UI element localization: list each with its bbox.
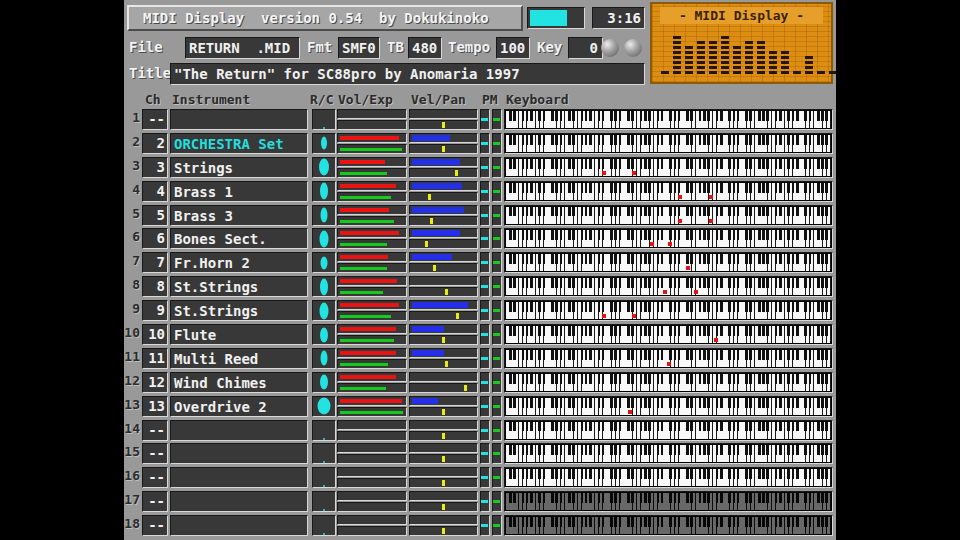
- channel-row[interactable]: 11 11 Multi Reed: [124, 347, 836, 371]
- keyboard: [506, 230, 831, 247]
- volume-bar-cell: [337, 157, 407, 167]
- pan-cell: [409, 383, 478, 393]
- channel-row[interactable]: 13 13 Overdrive 2: [124, 395, 836, 419]
- sphere-button-1[interactable]: [601, 39, 619, 57]
- title-label: Title: [129, 65, 171, 81]
- pitch-indicator: [481, 214, 488, 217]
- mod-indicator: [493, 214, 500, 217]
- row-number: 16: [124, 468, 140, 483]
- channel-row[interactable]: 3 3 Strings: [124, 156, 836, 180]
- rc-indicator: [320, 327, 328, 342]
- instrument-cell: Wind Chimes: [170, 372, 308, 393]
- expression-bar: [340, 243, 387, 246]
- mod-indicator: [493, 190, 500, 193]
- pm-cell-2: [492, 300, 502, 321]
- pm-cell-2: [492, 228, 502, 249]
- file-label: File: [129, 39, 163, 55]
- row-number: 10: [124, 325, 140, 340]
- channel-row[interactable]: 12 12 Wind Chimes: [124, 371, 836, 395]
- pan-cell: [409, 239, 478, 249]
- volume-bar-cell: [337, 324, 407, 334]
- fmt-value-box: SMF0: [338, 37, 380, 59]
- channel-row[interactable]: 15 --: [124, 442, 836, 466]
- channel-row[interactable]: 7 7 Fr.Horn 2: [124, 251, 836, 275]
- instrument-cell: [170, 515, 308, 536]
- sphere-button-2[interactable]: [624, 39, 642, 57]
- channel-cell: --: [142, 420, 168, 441]
- keyboard: [506, 278, 831, 295]
- pm-cell-1: [480, 467, 490, 488]
- volume-bar: [340, 255, 388, 259]
- channel-row[interactable]: 2 2 ORCHESTRA Set: [124, 132, 836, 156]
- volume-bar-cell: [337, 276, 407, 286]
- channel-row[interactable]: 16 --: [124, 466, 836, 490]
- channel-row[interactable]: 4 4 Brass 1: [124, 180, 836, 204]
- velocity-bar: [412, 183, 462, 189]
- row-number: 3: [124, 158, 140, 173]
- volume-bar-cell: [337, 420, 407, 430]
- header-volexp: Vol/Exp: [338, 92, 393, 107]
- lcd-panel: - MIDI Display -: [650, 2, 833, 84]
- keyboard-cell: [504, 348, 833, 369]
- expression-bar-cell: [337, 454, 407, 464]
- channel-row[interactable]: 17 --: [124, 490, 836, 514]
- pan-cell: [409, 431, 478, 441]
- pan-marker: [433, 265, 436, 271]
- mod-indicator: [493, 524, 500, 527]
- progress-bar[interactable]: [527, 7, 585, 29]
- expression-bar-cell: [337, 216, 407, 226]
- velocity-bar-cell: [409, 276, 478, 286]
- expression-bar-cell: [337, 144, 407, 154]
- expression-bar: [340, 220, 394, 223]
- volume-bar-cell: [337, 181, 407, 191]
- rc-indicator-cell: [312, 252, 336, 273]
- row-number: 11: [124, 349, 140, 364]
- rc-indicator-cell: [312, 109, 336, 130]
- channel-cell: --: [142, 491, 168, 512]
- rc-indicator: [321, 351, 328, 366]
- keyboard: [506, 183, 831, 200]
- volume-bar: [340, 399, 402, 403]
- keyboard-cell: [504, 252, 833, 273]
- progress-fill: [530, 10, 567, 26]
- channel-row[interactable]: 6 6 Bones Sect.: [124, 227, 836, 251]
- header-ch: Ch: [145, 92, 161, 107]
- expression-bar-cell: [337, 383, 407, 393]
- keyboard-cell: [504, 443, 833, 464]
- pitch-indicator: [481, 237, 488, 240]
- rc-indicator: [323, 438, 325, 440]
- active-note: [667, 362, 671, 366]
- keyboard: [506, 135, 831, 152]
- rc-indicator-cell: [312, 133, 336, 154]
- channel-row[interactable]: 8 8 St.Strings: [124, 275, 836, 299]
- pitch-indicator: [481, 166, 488, 169]
- volume-bar-cell: [337, 396, 407, 406]
- volume-bar-cell: [337, 515, 407, 525]
- lcd-bars: [661, 26, 831, 74]
- rc-indicator: [319, 159, 329, 176]
- pitch-indicator: [481, 261, 488, 264]
- active-note: [602, 171, 606, 175]
- header-rc: R/C: [310, 92, 333, 107]
- channel-row[interactable]: 5 5 Brass 3: [124, 204, 836, 228]
- velocity-bar: [412, 159, 460, 165]
- pan-marker: [428, 194, 431, 200]
- channel-row[interactable]: 1 --: [124, 108, 836, 132]
- channel-row[interactable]: 18 --: [124, 514, 836, 538]
- pm-cell-1: [480, 228, 490, 249]
- file-value-box: RETURN .MID: [185, 37, 300, 59]
- expression-bar: [340, 387, 386, 390]
- volume-bar: [340, 375, 396, 379]
- header-velpan: Vel/Pan: [411, 92, 466, 107]
- active-note: [678, 195, 682, 199]
- row-number: 18: [124, 516, 140, 531]
- expression-bar-cell: [337, 431, 407, 441]
- fmt-label: Fmt: [307, 39, 332, 55]
- channel-row[interactable]: 9 9 St.Strings: [124, 299, 836, 323]
- channel-row[interactable]: 10 10 Flute: [124, 323, 836, 347]
- rc-indicator: [320, 183, 328, 200]
- pm-cell-2: [492, 348, 502, 369]
- instrument-cell: Multi Reed: [170, 348, 308, 369]
- row-number: 4: [124, 182, 140, 197]
- channel-row[interactable]: 14 --: [124, 419, 836, 443]
